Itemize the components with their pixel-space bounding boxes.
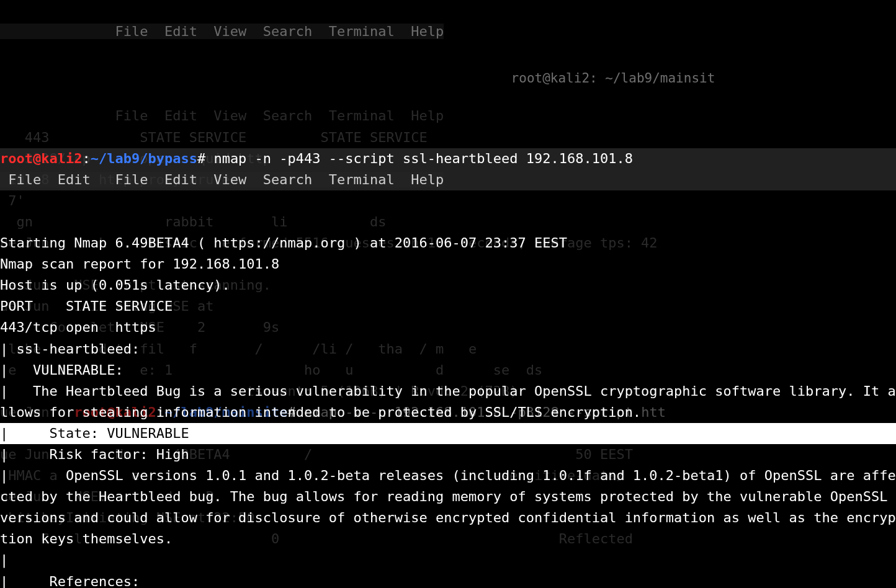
output-line: PORT STATE SERVICE [0, 298, 172, 314]
output-line: 443/tcp open https [0, 319, 156, 335]
output-line: | VULNERABLE: [0, 362, 123, 378]
output-line: Starting Nmap 6.49BETA4 ( https://nmap.o… [0, 235, 567, 251]
blank-line [0, 214, 8, 229]
output-line: | [0, 552, 8, 568]
output-line: Host is up (0.051s latency). [0, 277, 230, 293]
output-line: | Risk factor: High [0, 447, 189, 462]
output-line: | OpenSSL versions 1.0.1 and 1.0.2-beta … [0, 465, 896, 550]
prompt-path: ~/lab9/bypass [91, 151, 197, 166]
bg-tab-title: root@kali2: ~/lab9/mainsit [511, 68, 715, 89]
bg-menubar: File Edit View Search Terminal Help [0, 24, 444, 39]
menu-bar[interactable]: File Edit File Edit View Search Terminal… [0, 172, 444, 187]
prompt-line[interactable]: root@kali2:~/lab9/bypass# nmap -n -p443 … [0, 148, 896, 190]
prompt-colon: : [82, 151, 90, 166]
prompt-user-host: root@kali2 [0, 151, 82, 166]
highlighted-state-line: | State: VULNERABLE [0, 423, 896, 444]
foreground-terminal[interactable]: root@kali2:~/lab9/bypass# nmap -n -p443 … [0, 127, 896, 588]
prompt-hash: # [197, 151, 205, 166]
output-line: | The Heartbleed Bug is a serious vulner… [0, 381, 896, 423]
command-text: nmap -n -p443 --script ssl-heartbleed 19… [205, 151, 633, 166]
output-line: | References: [0, 574, 140, 588]
output-line: Nmap scan report for 192.168.101.8 [0, 256, 279, 272]
output-line: | ssl-heartbleed: [0, 341, 140, 357]
